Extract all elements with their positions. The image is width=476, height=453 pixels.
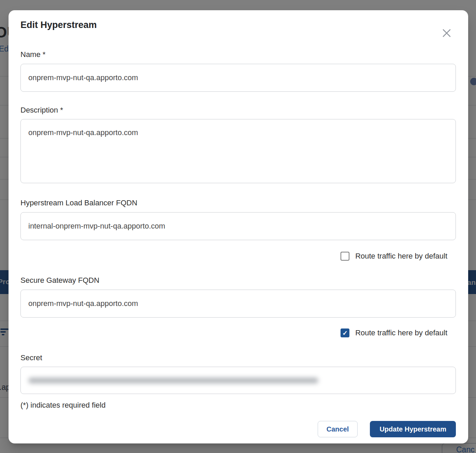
dialog-actions: Cancel Update Hyperstream — [20, 421, 456, 437]
checkmark-icon: ✓ — [342, 330, 348, 336]
required-field-note: (*) indicates required field — [20, 401, 456, 409]
cancel-button[interactable]: Cancel — [318, 421, 358, 437]
dialog-title: Edit Hyperstream — [20, 19, 456, 31]
lb-fqdn-input[interactable] — [20, 212, 456, 240]
sg-fqdn-input[interactable] — [20, 290, 456, 318]
sg-fqdn-label: Secure Gateway FQDN — [20, 276, 456, 284]
secret-value-obscured — [28, 378, 318, 383]
close-icon[interactable] — [441, 27, 452, 39]
lb-fqdn-label: Hyperstream Load Balancer FQDN — [20, 199, 456, 207]
screen: OU Ed Pro Man .ap Canc Edit Hyperstream — [0, 0, 476, 453]
description-label: Description * — [20, 106, 456, 114]
sg-route-label: Route traffic here by default — [355, 328, 447, 337]
update-hyperstream-button[interactable]: Update Hyperstream — [370, 421, 456, 437]
name-input[interactable] — [20, 64, 456, 92]
description-input[interactable]: onprem-mvp-nut-qa.apporto.com — [20, 119, 456, 183]
secret-label: Secret — [20, 354, 456, 362]
lb-route-label: Route traffic here by default — [355, 252, 447, 261]
lb-route-row: ✓ Route traffic here by default — [20, 252, 447, 261]
edit-hyperstream-dialog: Edit Hyperstream Name * Description * on… — [9, 10, 468, 443]
secret-input[interactable] — [20, 367, 456, 394]
name-label: Name * — [20, 50, 456, 59]
sg-route-row: ✓ Route traffic here by default — [20, 328, 447, 337]
lb-route-checkbox[interactable]: ✓ — [341, 252, 349, 261]
sg-route-checkbox[interactable]: ✓ — [341, 328, 349, 337]
